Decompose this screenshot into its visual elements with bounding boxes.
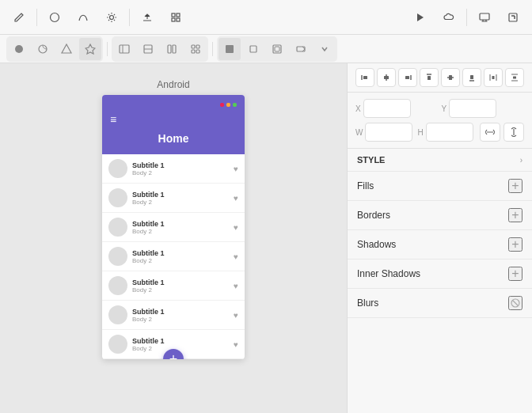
toolbar-second bbox=[0, 35, 532, 63]
canvas-area[interactable]: Android ≡ Home bbox=[0, 63, 347, 413]
cloud-btn[interactable] bbox=[436, 5, 462, 30]
device-label: Android bbox=[157, 79, 189, 90]
y-input[interactable] bbox=[449, 99, 496, 118]
tb2-shape-4[interactable] bbox=[290, 38, 312, 60]
h-input[interactable] bbox=[426, 123, 473, 142]
w-input[interactable] bbox=[365, 123, 412, 142]
svg-point-9 bbox=[15, 45, 23, 53]
x-label: X bbox=[355, 104, 361, 113]
svg-rect-5 bbox=[177, 18, 180, 21]
tb2-shape-3[interactable] bbox=[266, 38, 288, 60]
list-body-4: Body 2 bbox=[132, 257, 229, 264]
device-frame: ≡ Home Subtitle 1 Body 2 ♥ bbox=[102, 95, 245, 359]
ellipse-tool-btn[interactable] bbox=[42, 5, 67, 30]
list-heart-1: ♥ bbox=[234, 165, 238, 173]
list-heart-5: ♥ bbox=[234, 282, 238, 290]
device-body: Subtitle 1 Body 2 ♥ Subtitle 1 Body 2 ♥ bbox=[102, 154, 245, 359]
align-left-btn[interactable] bbox=[355, 68, 374, 87]
align-top-btn[interactable] bbox=[420, 68, 439, 87]
tb2-btn-2[interactable] bbox=[32, 38, 54, 60]
x-input[interactable] bbox=[363, 99, 411, 118]
borders-row: Borders + bbox=[348, 201, 532, 230]
svg-rect-19 bbox=[196, 45, 200, 48]
list-heart-4: ♥ bbox=[234, 252, 238, 261]
tb2-btn-3[interactable] bbox=[55, 38, 78, 60]
list-item-last: Subtitle 1 Body 2 + ♥ bbox=[102, 330, 245, 359]
list-body-5: Body 2 bbox=[132, 286, 229, 294]
fills-label: Fills bbox=[357, 180, 374, 191]
svg-line-46 bbox=[513, 301, 518, 305]
shadows-row: Shadows + bbox=[348, 230, 532, 260]
svg-rect-8 bbox=[509, 13, 517, 21]
svg-point-0 bbox=[51, 13, 59, 21]
list-heart-3: ♥ bbox=[234, 223, 238, 232]
list-avatar bbox=[108, 335, 127, 354]
align-middle-btn[interactable] bbox=[441, 68, 460, 87]
list-subtitle-7: Subtitle 1 bbox=[132, 337, 229, 345]
svg-rect-21 bbox=[196, 50, 200, 53]
tb2-layout-2[interactable] bbox=[137, 38, 159, 60]
h-field: H bbox=[418, 123, 477, 142]
distribute-v-btn[interactable] bbox=[505, 68, 524, 87]
shadows-add-btn[interactable]: + bbox=[508, 237, 522, 252]
fills-add-btn[interactable]: + bbox=[508, 179, 522, 193]
tb2-layout-4[interactable] bbox=[184, 38, 207, 60]
svg-rect-16 bbox=[168, 45, 171, 53]
tb2-btn-4[interactable] bbox=[79, 38, 101, 60]
svg-point-1 bbox=[110, 15, 114, 19]
list-subtitle-2: Subtitle 1 bbox=[132, 191, 229, 199]
svg-rect-3 bbox=[177, 13, 180, 17]
tb2-shape-1[interactable] bbox=[218, 38, 241, 60]
upload-btn[interactable] bbox=[135, 5, 160, 30]
distribute-h-btn[interactable] bbox=[484, 68, 503, 87]
align-right-btn[interactable] bbox=[398, 68, 417, 87]
blurs-toggle-btn[interactable] bbox=[508, 296, 522, 310]
status-dot-green bbox=[233, 103, 237, 107]
inner-shadows-row: Inner Shadows + bbox=[348, 260, 532, 289]
toolbar2-group2 bbox=[112, 36, 208, 62]
tb2-shape-2[interactable] bbox=[242, 38, 264, 60]
svg-rect-4 bbox=[172, 18, 175, 21]
share-btn[interactable] bbox=[500, 5, 526, 30]
list-heart-2: ♥ bbox=[234, 194, 238, 203]
svg-rect-25 bbox=[275, 47, 279, 51]
fills-row: Fills + bbox=[348, 172, 532, 201]
list-avatar bbox=[108, 159, 127, 178]
vector-tool-btn[interactable] bbox=[70, 5, 96, 30]
list-subtitle-5: Subtitle 1 bbox=[132, 278, 229, 286]
tb2-btn-1[interactable] bbox=[8, 38, 30, 60]
svg-rect-12 bbox=[120, 45, 129, 53]
list-item: Subtitle 1 Body 2 ♥ bbox=[102, 184, 245, 213]
align-center-btn[interactable] bbox=[377, 68, 396, 87]
list-item: Subtitle 1 Body 2 ♥ bbox=[102, 271, 245, 301]
borders-add-btn[interactable]: + bbox=[508, 208, 522, 222]
gear-btn[interactable] bbox=[99, 5, 124, 30]
list-subtitle-6: Subtitle 1 bbox=[132, 308, 229, 316]
list-text: Subtitle 1 Body 2 bbox=[132, 161, 229, 176]
device-status-bar bbox=[110, 103, 237, 107]
inner-shadows-add-btn[interactable]: + bbox=[508, 267, 522, 281]
borders-label: Borders bbox=[357, 210, 390, 221]
align-row bbox=[348, 63, 532, 93]
svg-marker-10 bbox=[62, 44, 71, 53]
svg-rect-30 bbox=[384, 76, 389, 79]
svg-rect-23 bbox=[250, 46, 256, 52]
tb2-layout-3[interactable] bbox=[161, 38, 183, 60]
list-avatar bbox=[108, 188, 127, 207]
pencil-tool-btn[interactable] bbox=[6, 5, 32, 30]
flip-h-btn[interactable] bbox=[480, 123, 500, 142]
tb2-layout-1[interactable] bbox=[113, 38, 135, 60]
monitor-btn[interactable] bbox=[472, 5, 497, 30]
flip-v-btn[interactable] bbox=[504, 123, 524, 142]
main-content: Android ≡ Home bbox=[0, 63, 532, 413]
status-dot-yellow bbox=[226, 103, 230, 107]
align-bottom-btn[interactable] bbox=[462, 68, 481, 87]
svg-rect-28 bbox=[363, 76, 367, 79]
play-btn[interactable] bbox=[408, 5, 433, 30]
svg-rect-20 bbox=[192, 50, 195, 53]
tb2-dropdown[interactable] bbox=[314, 38, 336, 60]
toolbar-sep-2 bbox=[129, 9, 130, 26]
grid-btn[interactable] bbox=[163, 5, 188, 30]
style-section-header[interactable]: STYLE › bbox=[348, 149, 532, 172]
list-text: Subtitle 1 Body 2 bbox=[132, 308, 229, 323]
